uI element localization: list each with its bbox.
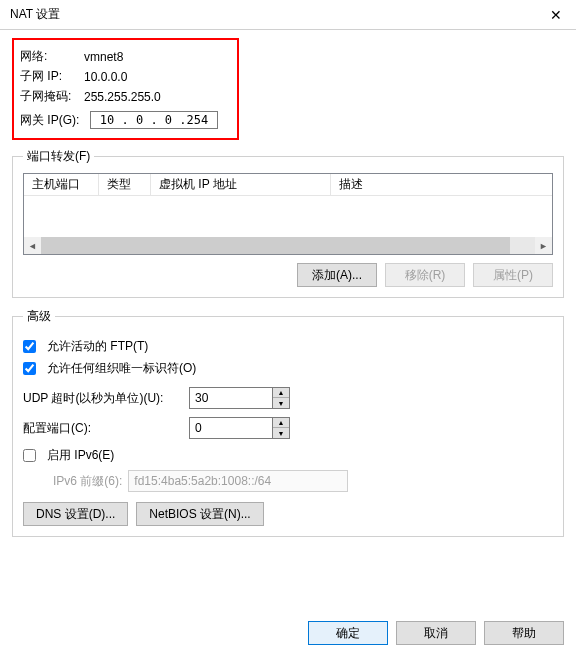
titlebar: NAT 设置 ✕ [0,0,576,30]
col-desc[interactable]: 描述 [331,174,552,195]
cancel-button[interactable]: 取消 [396,621,476,645]
cfg-spin-down-icon[interactable]: ▼ [273,428,289,438]
network-label: 网络: [20,48,80,65]
subnet-mask-value: 255.255.255.0 [84,90,161,104]
close-button[interactable]: ✕ [536,0,576,30]
config-port-label: 配置端口(C): [23,420,183,437]
port-forward-table[interactable]: 主机端口 类型 虚拟机 IP 地址 描述 ◄ ► [23,173,553,255]
gateway-label: 网关 IP(G): [20,112,90,129]
udp-spin-up-icon[interactable]: ▲ [273,388,289,398]
help-button[interactable]: 帮助 [484,621,564,645]
ipv6-checkbox[interactable] [23,449,36,462]
col-type[interactable]: 类型 [99,174,151,195]
config-port-input[interactable] [189,417,273,439]
port-forward-legend: 端口转发(F) [23,148,94,165]
properties-button: 属性(P) [473,263,553,287]
network-info-box: 网络: vmnet8 子网 IP: 10.0.0.0 子网掩码: 255.255… [12,38,239,140]
dns-settings-button[interactable]: DNS 设置(D)... [23,502,128,526]
ftp-checkbox[interactable] [23,340,36,353]
network-value: vmnet8 [84,50,123,64]
col-vm-ip[interactable]: 虚拟机 IP 地址 [151,174,331,195]
scroll-right-icon[interactable]: ► [535,237,552,254]
horizontal-scrollbar[interactable]: ◄ ► [24,237,552,254]
ipv6-prefix-input [128,470,348,492]
advanced-legend: 高级 [23,308,55,325]
ipv6-prefix-label: IPv6 前缀(6): [53,473,122,490]
col-host-port[interactable]: 主机端口 [24,174,99,195]
udp-spin-down-icon[interactable]: ▼ [273,398,289,408]
udp-timeout-label: UDP 超时(以秒为单位)(U): [23,390,183,407]
advanced-group: 高级 允许活动的 FTP(T) 允许任何组织唯一标识符(O) UDP 超时(以秒… [12,308,564,537]
ok-button[interactable]: 确定 [308,621,388,645]
udp-timeout-input[interactable] [189,387,273,409]
table-body [24,196,552,240]
subnet-mask-label: 子网掩码: [20,88,80,105]
add-button[interactable]: 添加(A)... [297,263,377,287]
subnet-ip-label: 子网 IP: [20,68,80,85]
remove-button: 移除(R) [385,263,465,287]
netbios-settings-button[interactable]: NetBIOS 设置(N)... [136,502,263,526]
ftp-label: 允许活动的 FTP(T) [47,338,148,355]
window-title: NAT 设置 [10,6,60,23]
oui-label: 允许任何组织唯一标识符(O) [47,360,196,377]
gateway-input[interactable] [90,111,218,129]
cfg-spin-up-icon[interactable]: ▲ [273,418,289,428]
port-forward-group: 端口转发(F) 主机端口 类型 虚拟机 IP 地址 描述 ◄ ► 添加(A)..… [12,148,564,298]
subnet-ip-value: 10.0.0.0 [84,70,127,84]
oui-checkbox[interactable] [23,362,36,375]
dialog-footer: 确定 取消 帮助 [308,621,564,645]
scroll-left-icon[interactable]: ◄ [24,237,41,254]
scroll-thumb[interactable] [41,237,510,254]
ipv6-enable-label: 启用 IPv6(E) [47,447,114,464]
